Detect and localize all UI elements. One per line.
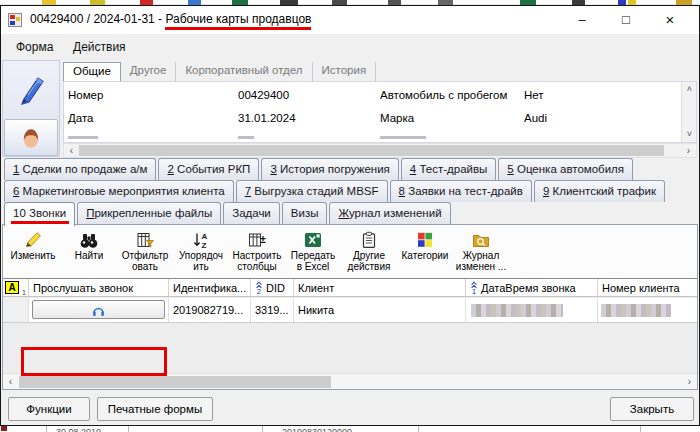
cell-client-number [598,298,695,322]
scrollbar-thumb[interactable] [79,145,664,156]
binoculars-icon [79,229,99,250]
minimize-button[interactable]: – [565,6,599,34]
edit-pen-button[interactable] [4,63,58,115]
listen-call-button[interactable] [32,300,165,319]
scroll-right-icon[interactable]: › [681,144,696,157]
filter-button[interactable]: Отфильтровать [117,227,173,277]
redacted-value [471,304,563,317]
tab-obshchie[interactable]: Общие [63,62,121,81]
other-actions-button[interactable]: Другиедействия [341,227,397,277]
red-rectangle-annotation [21,347,167,376]
tab-vygruzka-mbsf[interactable]: 7 Выгрузка стадий MBSF [236,180,388,202]
tab-marketingovye[interactable]: 6 Маркетинговые мероприятия клиента [4,180,234,202]
menu-bar: Форма Действия [1,34,699,58]
pencil-icon [23,229,43,250]
listen-cell [29,298,169,322]
pen-icon [14,69,48,109]
tab-zayavki-test-draiv[interactable]: 8 Заявки на тест-драйв [390,180,532,202]
section-tabs-row1: 1 Сделки по продаже а/м 2 События РКП 3 … [4,158,635,180]
maximize-button[interactable]: □ [609,6,643,34]
calls-list: A 1 Прослушать звонок Идентифика... 2 DI… [3,278,697,389]
tab-test-draivy[interactable]: 4 Тест-драйвы [401,158,497,180]
section-tabs-row3: 10 Звонки Прикрепленные файлы Задачи Виз… [4,202,453,224]
tab-istoriya-pogruzheniya[interactable]: 3 История погружения [261,158,398,180]
scrollbar-thumb[interactable] [19,376,331,388]
window-title: 00429400 / 2024-01-31 - Рабочие карты пр… [30,12,311,26]
tab-drugoe[interactable]: Другое [121,62,177,81]
list-toolbar: Изменить Найти Отфильтровать AZ Упорядоч… [5,227,695,278]
col-header-listen[interactable]: Прослушать звонок [29,279,169,296]
person-icon [16,122,46,154]
close-button[interactable]: × [653,6,687,34]
tab-klientsky-trafik[interactable]: 9 Клиентский трафик [534,180,665,202]
tab-otsenka-avtomobilya[interactable]: 5 Оценка автомобиля [498,158,633,180]
sort-asc-icon: 2 [255,281,263,295]
functions-button[interactable]: Функции [8,397,90,421]
sort-button[interactable]: AZ Упорядочить [173,227,229,277]
row-indicator-cell [3,298,29,322]
field-value-auto-probeg: Нет [524,89,544,101]
tab-prikreplennye-faily[interactable]: Прикрепленные файлы [77,202,221,224]
corner-row-number: 1 [22,289,26,296]
person-button[interactable] [4,119,58,156]
col-header-identifier[interactable]: Идентифика... [169,279,251,296]
field-label-nomer: Номер [68,89,103,101]
field-label-auto-probeg: Автомобиль с пробегом [380,89,507,101]
bg-row-date: 30.08.2019 [56,426,101,432]
export-excel-button[interactable]: Передатьв Excel [285,227,341,277]
change-log-button[interactable]: Журнализменен ... [453,227,509,277]
scroll-right-icon[interactable]: › [682,375,697,388]
svg-text:Z: Z [202,240,207,249]
col-header-client[interactable]: Клиент [294,279,466,296]
tab-zadachi[interactable]: Задачи [223,202,280,224]
tab-sobytiya-rkp[interactable]: 2 События РКП [158,158,259,180]
dialog-window: 00429400 / 2024-01-31 - Рабочие карты пр… [0,5,700,426]
tab-korporativny-otdel[interactable]: Корпоративный отдел [176,62,312,81]
window-title-highlighted: Рабочие карты продавцов [165,12,311,30]
cell-client: Никита [294,298,466,322]
scroll-up-icon[interactable]: ˄ [682,82,697,97]
left-sidebar [2,60,60,157]
categories-button[interactable]: Категории [397,227,453,277]
find-button[interactable]: Найти [61,227,117,277]
close-dialog-button[interactable]: Закрыть [610,397,694,421]
call-row[interactable]: 2019082719... 3319... Никита [3,298,697,323]
scroll-left-icon[interactable]: ‹ [64,144,79,157]
cell-identifier: 2019082719... [169,298,251,322]
window-title-prefix: 00429400 / 2024-01-31 - [30,12,165,26]
red-underline-annotation [11,221,69,224]
print-forms-button[interactable]: Печатные формы [97,397,213,421]
cell-did: 3319... [251,298,294,322]
tab-zvonki[interactable]: 10 Звонки [4,202,75,226]
category-a-icon: A [5,281,19,294]
tab-istoriya[interactable]: История [313,62,377,81]
titlebar[interactable]: 00429400 / 2024-01-31 - Рабочие карты пр… [1,6,699,34]
categories-icon [415,229,435,250]
sort-asc-icon: 1 [470,281,478,295]
edit-button[interactable]: Изменить [5,227,61,277]
tab-vizy[interactable]: Визы [282,202,328,224]
journal-folder-icon [471,229,491,250]
scroll-left-icon[interactable]: ‹ [3,375,18,388]
field-value-marka: Audi [524,112,547,124]
col-header-client-number[interactable]: Номер клиента [598,279,695,296]
scroll-down-icon[interactable]: ˅ [682,127,697,142]
clipped-field-row [64,136,696,143]
menu-deystviya[interactable]: Действия [67,37,132,57]
col-header-datetime[interactable]: 1 ДатаВремя звонка [466,279,598,296]
headphones-icon [91,303,106,317]
col-header-did[interactable]: 2 DID [251,279,294,296]
tab-zhurnal-izmeneniy[interactable]: Журнал изменений [329,202,450,224]
category-corner-cell[interactable]: A 1 [3,279,29,296]
field-label-data: Дата [68,112,93,124]
tab-sdelki[interactable]: 1 Сделки по продаже а/м [4,158,156,180]
menu-forma[interactable]: Форма [10,37,59,57]
fields-vertical-scrollbar[interactable]: ˄ ˅ [681,82,696,142]
configure-columns-button[interactable]: ± Настроитьстолбцы [229,227,285,277]
cell-datetime [466,298,598,322]
clipboard-icon [359,229,379,250]
columns-icon: ± [247,229,267,250]
fields-horizontal-scrollbar[interactable]: ‹ › [63,143,697,158]
section-tabs-row2: 6 Маркетинговые мероприятия клиента 7 Вы… [4,180,667,202]
footer-bar: Функции Печатные формы Закрыть [1,390,699,425]
